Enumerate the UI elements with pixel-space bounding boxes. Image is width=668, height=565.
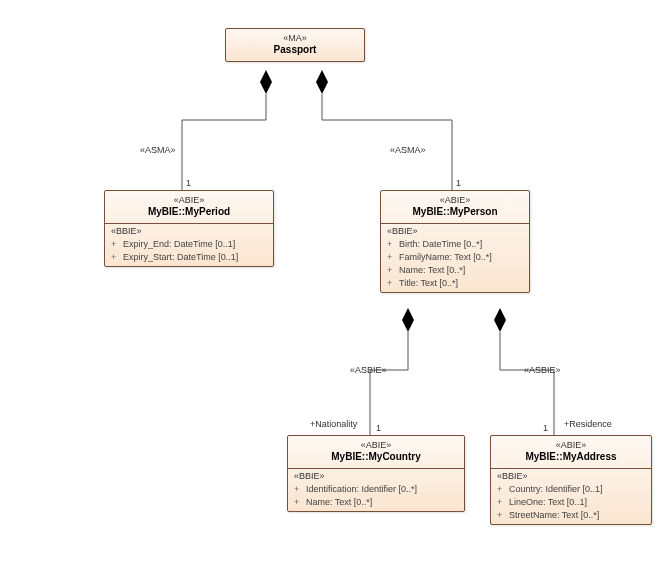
svg-marker-0 [260, 70, 272, 94]
class-stereo: «ABIE» [387, 195, 523, 205]
attr-row: +Title: Text [0..*] [381, 277, 529, 290]
mult-myperiod: 1 [186, 178, 191, 188]
svg-marker-3 [494, 308, 506, 332]
class-title: MyBIE::MyPerson [387, 206, 523, 217]
attr-row: +Name: Text [0..*] [381, 264, 529, 277]
class-myperson: «ABIE» MyBIE::MyPerson «BBIE» +Birth: Da… [380, 190, 530, 293]
svg-marker-2 [402, 308, 414, 332]
attr-row: +FamilyName: Text [0..*] [381, 251, 529, 264]
attr-row: +Expiry_End: DateTime [0..1] [105, 238, 273, 251]
class-stereo: «ABIE» [294, 440, 458, 450]
class-title: MyBIE::MyAddress [497, 451, 645, 462]
stereo-asma-left: «ASMA» [140, 145, 176, 155]
compartment-stereo: «BBIE» [288, 471, 464, 483]
class-passport: «MA» Passport [225, 28, 365, 62]
compartment-stereo: «BBIE» [105, 226, 273, 238]
compartment-stereo: «BBIE» [381, 226, 529, 238]
attr-row: +Expiry_Start: DateTime [0..1] [105, 251, 273, 264]
attr-row: +Identification: Identifier [0..*] [288, 483, 464, 496]
class-stereo: «ABIE» [111, 195, 267, 205]
role-nationality: +Nationality [310, 419, 357, 429]
attr-row: +LineOne: Text [0..1] [491, 496, 651, 509]
attr-row: +Birth: DateTime [0..*] [381, 238, 529, 251]
mult-mycountry: 1 [376, 423, 381, 433]
attr-row: +Name: Text [0..*] [288, 496, 464, 509]
class-myperiod: «ABIE» MyBIE::MyPeriod «BBIE» +Expiry_En… [104, 190, 274, 267]
class-mycountry: «ABIE» MyBIE::MyCountry «BBIE» +Identifi… [287, 435, 465, 512]
stereo-asma-right: «ASMA» [390, 145, 426, 155]
mult-myperson: 1 [456, 178, 461, 188]
svg-marker-1 [316, 70, 328, 94]
class-stereo: «MA» [232, 33, 358, 43]
role-residence: +Residence [564, 419, 612, 429]
class-title: Passport [232, 44, 358, 55]
diagram-canvas: «ASMA» «ASMA» 1 1 «ASBIE» «ASBIE» +Natio… [0, 0, 668, 565]
mult-myaddress: 1 [543, 423, 548, 433]
class-title: MyBIE::MyCountry [294, 451, 458, 462]
class-title: MyBIE::MyPeriod [111, 206, 267, 217]
class-myaddress: «ABIE» MyBIE::MyAddress «BBIE» +Country:… [490, 435, 652, 525]
stereo-asbie-left: «ASBIE» [350, 365, 387, 375]
class-stereo: «ABIE» [497, 440, 645, 450]
attr-row: +StreetName: Text [0..*] [491, 509, 651, 522]
attr-row: +Country: Identifier [0..1] [491, 483, 651, 496]
stereo-asbie-right: «ASBIE» [524, 365, 561, 375]
compartment-stereo: «BBIE» [491, 471, 651, 483]
